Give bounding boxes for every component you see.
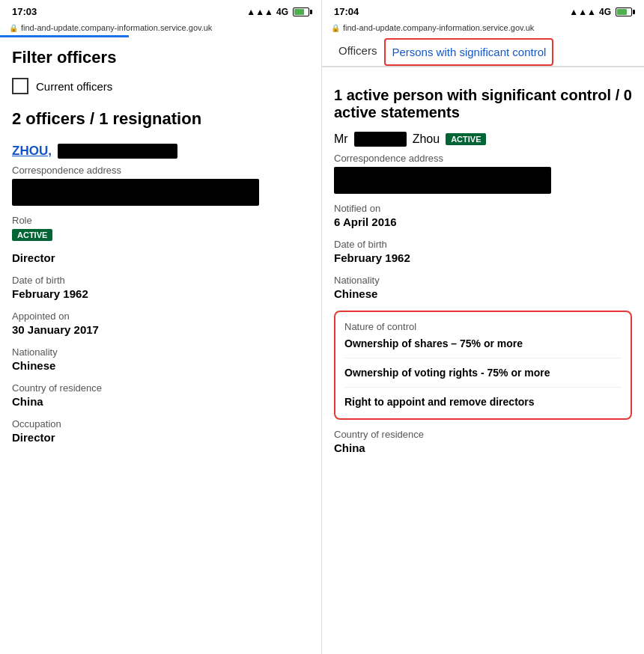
network-type: 4G: [276, 7, 288, 17]
officer-name-link[interactable]: ZHOU,: [12, 144, 309, 159]
correspondence-label-left: Correspondence address: [12, 165, 309, 176]
occupation-value: Director: [12, 431, 309, 444]
current-officers-filter[interactable]: Current officers: [12, 78, 309, 94]
right-status-bar: 17:04 ▲▲▲ 4G: [322, 0, 644, 20]
left-progress-bar: [0, 35, 129, 37]
address-redacted-left: [12, 179, 259, 206]
dob-label-right: Date of birth: [334, 239, 632, 250]
right-lock-icon: 🔒: [331, 24, 340, 32]
nature-of-control-box: Nature of control Ownership of shares – …: [334, 311, 632, 420]
correspondence-label-right: Correspondence address: [334, 153, 632, 164]
nature-item-2: Right to appoint and remove directors: [344, 395, 622, 409]
tab-psc[interactable]: Persons with significant control: [384, 38, 553, 66]
left-panel-content: Filter officers Current officers 2 offic…: [0, 39, 321, 654]
signal-icon: ▲▲▲: [246, 7, 273, 17]
nature-item-0: Ownership of shares – 75% or more: [344, 337, 622, 350]
psc-heading: 1 active person with significant control…: [334, 87, 632, 121]
right-signal-icon: ▲▲▲: [569, 7, 596, 17]
left-url: find-and-update.company-information.serv…: [21, 23, 212, 32]
left-phone-panel: 17:03 ▲▲▲ 4G 🔒 find-and-update.company-i…: [0, 0, 322, 654]
residence-label-right: Country of residence: [334, 429, 632, 440]
person-name-redacted: [354, 132, 407, 147]
left-time: 17:03: [12, 6, 37, 17]
right-network-type: 4G: [599, 7, 611, 17]
nationality-value-left: Chinese: [12, 359, 309, 372]
right-panel-content: 1 active person with significant control…: [322, 67, 644, 654]
right-phone-panel: 17:04 ▲▲▲ 4G 🔒 find-and-update.company-i…: [322, 0, 644, 654]
left-address-bar: 🔒 find-and-update.company-information.se…: [0, 20, 321, 35]
role-value: Director: [12, 251, 309, 264]
person-active-badge: ACTIVE: [446, 133, 486, 145]
battery-icon: [293, 7, 309, 16]
nationality-label-right: Nationality: [334, 275, 632, 286]
notified-label: Notified on: [334, 203, 632, 214]
role-badge: ACTIVE: [12, 229, 52, 241]
address-redacted-right: [334, 167, 551, 194]
nature-label: Nature of control: [344, 321, 622, 332]
nationality-value-right: Chinese: [334, 287, 632, 300]
current-officers-checkbox[interactable]: [12, 78, 28, 94]
left-status-bar: 17:03 ▲▲▲ 4G: [0, 0, 321, 20]
appointed-value: 30 January 2017: [12, 323, 309, 336]
officers-count: 2 officers / 1 resignation: [12, 109, 309, 129]
person-surname: Zhou: [413, 132, 440, 146]
appointed-label: Appointed on: [12, 311, 309, 322]
tab-officers[interactable]: Officers: [331, 35, 384, 66]
person-name-row: Mr Zhou ACTIVE: [334, 132, 632, 147]
residence-value-right: China: [334, 441, 632, 454]
right-status-icons: ▲▲▲ 4G: [569, 7, 632, 17]
nationality-label-left: Nationality: [12, 346, 309, 358]
dob-value-right: February 1962: [334, 251, 632, 264]
lock-icon: 🔒: [9, 24, 18, 32]
right-battery-icon: [616, 7, 632, 16]
tabs-row: Officers Persons with significant contro…: [322, 35, 644, 67]
residence-label-left: Country of residence: [12, 382, 309, 394]
dob-label-left: Date of birth: [12, 275, 309, 286]
notified-value: 6 April 2016: [334, 216, 632, 228]
role-label: Role: [12, 215, 309, 226]
officer-name-redacted: [58, 144, 177, 159]
nature-divider-2: [344, 387, 622, 388]
occupation-label: Occupation: [12, 418, 309, 430]
dob-value-left: February 1962: [12, 287, 309, 300]
current-officers-label: Current officers: [36, 80, 112, 93]
nature-item-1: Ownership of voting rights - 75% or more: [344, 366, 622, 379]
right-time: 17:04: [334, 6, 359, 17]
left-status-icons: ▲▲▲ 4G: [246, 7, 309, 17]
right-url: find-and-update.company-information.serv…: [343, 23, 534, 32]
nature-divider-1: [344, 358, 622, 358]
officer-name-text: ZHOU,: [12, 144, 52, 159]
filter-title: Filter officers: [12, 48, 309, 67]
person-title: Mr: [334, 132, 348, 146]
residence-value-left: China: [12, 395, 309, 408]
right-address-bar: 🔒 find-and-update.company-information.se…: [322, 20, 644, 35]
